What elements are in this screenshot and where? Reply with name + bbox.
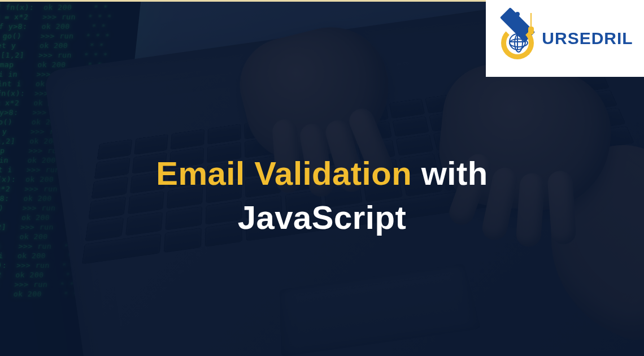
heading-plain-1: with [421,155,488,192]
brand-logo-text: URSEDRIL [542,29,633,48]
globe-icon [509,33,526,50]
heading-accent-1: Email Validation [156,155,412,192]
heading-plain-2: JavaScript [238,199,406,236]
brand-logo-mark [497,18,538,59]
brand-logo: URSEDRIL [486,0,644,77]
banner-heading: Email Validation with JavaScript [0,151,644,240]
promo-banner: 01101 10110 11010 01011 00110 11101 1010… [0,0,644,356]
